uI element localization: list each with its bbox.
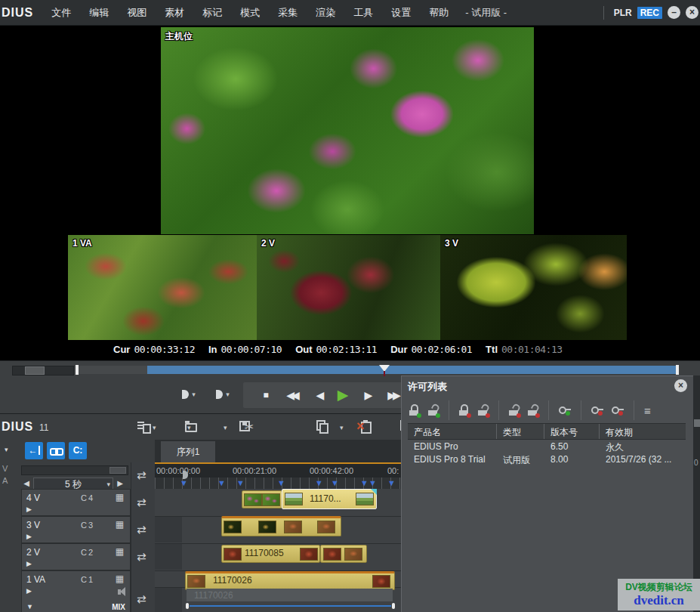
- clip-2v-a[interactable]: 11170085: [221, 545, 320, 563]
- zoom-out-button[interactable]: ◀: [21, 478, 32, 490]
- scrub-track[interactable]: [79, 366, 147, 374]
- play-button[interactable]: ▶: [331, 382, 355, 408]
- swap-sync-icon[interactable]: ⇄: [137, 592, 146, 606]
- timeline-marker-icon[interactable]: ▼: [180, 478, 188, 488]
- track-header-4v[interactable]: 4 V C4 ▦ ▶: [21, 489, 131, 516]
- timeline-marker-icon[interactable]: ▼: [236, 478, 245, 488]
- menu-mode[interactable]: 模式: [240, 6, 260, 20]
- insert-overwrite-mode-button[interactable]: ←: [25, 442, 43, 459]
- rewind-button[interactable]: ◀◀: [279, 382, 304, 408]
- clip-4v-a[interactable]: [242, 490, 282, 508]
- menu-file[interactable]: 文件: [51, 6, 71, 20]
- menu-settings[interactable]: 设置: [391, 6, 411, 20]
- speaker-icon[interactable]: [118, 589, 121, 595]
- license-row[interactable]: EDIUS Pro 8 Trial 试用版 8.00 2015/7/26 (32…: [408, 453, 686, 465]
- license-row[interactable]: EDIUS Pro 6.50 永久: [408, 440, 686, 453]
- column-type[interactable]: 类型: [497, 424, 544, 439]
- unlock-offline-icon[interactable]: [478, 404, 489, 417]
- timeline-marker-icon[interactable]: ▼: [369, 478, 377, 488]
- track-height-scrollbar[interactable]: [21, 465, 128, 475]
- deactivate-icon[interactable]: [509, 404, 520, 417]
- new-sequence-icon[interactable]: [137, 420, 150, 432]
- expand-track-icon[interactable]: ▶: [26, 560, 32, 567]
- menu-render[interactable]: 渲染: [316, 6, 335, 20]
- expand-track-icon[interactable]: ▶: [26, 533, 32, 540]
- copy-icon[interactable]: [316, 420, 328, 432]
- lock-offline-icon[interactable]: [459, 404, 470, 417]
- zoom-in-button[interactable]: ▶: [115, 478, 125, 490]
- menu-tools[interactable]: 工具: [353, 6, 373, 20]
- chevron-down-icon[interactable]: ▾: [153, 424, 156, 431]
- key-transfer-icon[interactable]: [591, 405, 603, 416]
- sync-link-mode-button[interactable]: [47, 442, 65, 459]
- lock-online-icon[interactable]: [409, 404, 420, 417]
- dialog-close-icon[interactable]: ×: [674, 379, 687, 392]
- shuttle-handle[interactable]: [25, 366, 45, 375]
- menu-marker[interactable]: 标记: [202, 6, 222, 20]
- scrollbar-handle[interactable]: [109, 467, 126, 474]
- menu-clip[interactable]: 素材: [165, 6, 184, 20]
- set-out-point-button[interactable]: ▾: [210, 385, 236, 404]
- camera-1-monitor[interactable]: 1 VA: [68, 235, 257, 340]
- column-validity[interactable]: 有效期: [600, 424, 686, 439]
- set-in-point-button[interactable]: ▾: [176, 385, 202, 404]
- next-frame-button[interactable]: ▶: [356, 382, 381, 408]
- track-header-2v[interactable]: 2 V C2 ▦ ▶: [21, 543, 131, 570]
- timeline-marker-icon[interactable]: ▼: [217, 478, 226, 488]
- chevron-down-icon[interactable]: ▾: [224, 424, 227, 431]
- close-icon[interactable]: ×: [686, 6, 698, 19]
- ripple-mode-button[interactable]: C:: [69, 442, 87, 459]
- timeline-options-handle-icon[interactable]: ▾: [5, 446, 8, 453]
- chevron-down-icon[interactable]: ▾: [340, 424, 344, 431]
- menu-view[interactable]: 视图: [127, 6, 146, 20]
- collapse-track-icon[interactable]: ▼: [26, 603, 33, 610]
- deactivate-offline-icon[interactable]: [528, 404, 538, 417]
- delete-icon[interactable]: ×: [356, 420, 365, 432]
- clip-1va-selected[interactable]: 11170026: [185, 571, 395, 590]
- tab-sequence-1[interactable]: 序列1: [161, 441, 215, 462]
- column-product[interactable]: 产品名: [408, 424, 497, 439]
- audio-rubber-handle[interactable]: [392, 603, 395, 609]
- menu-help[interactable]: 帮助: [429, 6, 449, 20]
- chevron-down-icon[interactable]: ▾: [226, 391, 230, 398]
- swap-sync-icon[interactable]: ⇄: [137, 550, 146, 564]
- chevron-down-icon[interactable]: ▾: [192, 391, 196, 398]
- list-view-icon[interactable]: ≡: [644, 404, 651, 417]
- stop-button[interactable]: ■: [254, 382, 278, 408]
- menu-edit[interactable]: 编辑: [89, 6, 109, 20]
- shuttle-slider[interactable]: [12, 366, 74, 376]
- swap-sync-icon[interactable]: ⇄: [137, 468, 146, 482]
- scrub-progress[interactable]: [147, 366, 676, 374]
- clip-3v[interactable]: [221, 516, 341, 536]
- expand-track-icon[interactable]: ▶: [26, 587, 32, 595]
- audio-rubber-handle[interactable]: [186, 603, 189, 609]
- camera-2-monitor[interactable]: 2 V: [257, 235, 440, 340]
- clip-4v-selected[interactable]: 11170...: [282, 489, 377, 509]
- timeline-marker-icon[interactable]: ▼: [277, 478, 285, 488]
- rec-mode-button[interactable]: REC: [637, 7, 662, 19]
- column-version[interactable]: 版本号: [544, 424, 600, 439]
- selection-handle-icon[interactable]: [371, 489, 377, 495]
- plr-mode-button[interactable]: PLR: [614, 8, 632, 18]
- timeline-marker-icon[interactable]: ▼: [387, 478, 396, 488]
- audio-rubber-band[interactable]: [190, 605, 391, 607]
- expand-track-icon[interactable]: ▶: [26, 505, 32, 513]
- unlock-online-icon[interactable]: [428, 404, 439, 417]
- key-remove-icon[interactable]: [612, 405, 624, 416]
- minimize-icon[interactable]: –: [668, 6, 680, 19]
- master-monitor[interactable]: 主机位: [161, 27, 534, 234]
- track-header-3v[interactable]: 3 V C3 ▦ ▶: [21, 516, 131, 543]
- cut-icon[interactable]: ✂: [245, 420, 254, 434]
- swap-sync-icon[interactable]: ⇄: [137, 523, 146, 536]
- timeline-marker-icon[interactable]: ▼: [315, 478, 323, 488]
- clip-2v-b[interactable]: [320, 545, 367, 563]
- track-header-1va[interactable]: 1 VA C1 ▦ ▶ ▼ MIX: [21, 570, 131, 612]
- menu-capture[interactable]: 采集: [278, 6, 298, 20]
- timeline-marker-icon[interactable]: ▼: [331, 478, 339, 488]
- timeline-marker-icon[interactable]: ▼: [360, 478, 369, 488]
- swap-sync-icon[interactable]: ⇄: [137, 496, 146, 509]
- chevron-down-icon[interactable]: ▾: [187, 424, 191, 431]
- camera-3-monitor[interactable]: 3 V: [440, 235, 627, 340]
- previous-frame-button[interactable]: ◀: [308, 382, 332, 408]
- key-repair-icon[interactable]: [559, 405, 571, 416]
